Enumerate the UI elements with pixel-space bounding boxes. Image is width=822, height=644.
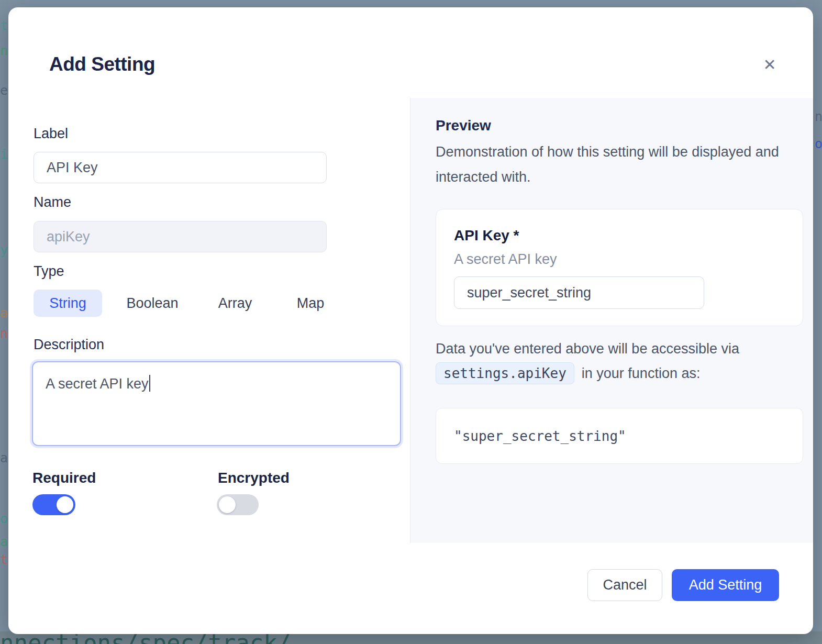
preview-card: API Key * A secret API key	[436, 209, 803, 326]
toggle-knob	[219, 496, 236, 513]
description-text: A secret API key	[46, 376, 149, 392]
type-tab-boolean[interactable]: Boolean	[123, 290, 182, 317]
encrypted-label: Encrypted	[218, 470, 290, 486]
preview-description: Demonstration of how this setting will b…	[436, 139, 784, 190]
close-button[interactable]: ✕	[757, 52, 782, 77]
access-line: settings.apiKey in your function as:	[436, 362, 700, 384]
text-cursor	[149, 375, 150, 392]
toggle-knob	[57, 496, 73, 513]
preview-panel: Preview Demonstration of how this settin…	[410, 98, 813, 543]
preview-input[interactable]	[454, 276, 704, 309]
description-textarea[interactable]: A secret API key	[32, 361, 401, 446]
bg-code-fragment: a	[0, 535, 8, 548]
page-title: Add Setting	[49, 53, 155, 75]
required-toggle[interactable]	[32, 494, 75, 515]
label-input[interactable]	[34, 152, 327, 183]
close-icon: ✕	[763, 56, 776, 73]
type-field-label: Type	[34, 263, 64, 280]
bg-code-fragment: y	[0, 243, 8, 257]
bg-code-fragment: or	[815, 137, 822, 150]
access-text-after: in your function as:	[582, 365, 701, 382]
required-label: Required	[32, 470, 96, 486]
bg-code-fragment: a	[0, 306, 8, 319]
name-input	[34, 221, 327, 252]
name-field-label: Name	[34, 194, 71, 210]
screen: t ng et it y a n/ ag oc a th nf or nnect…	[0, 0, 822, 644]
add-setting-button[interactable]: Add Setting	[672, 569, 779, 601]
description-field-label: Description	[34, 337, 104, 353]
add-setting-dialog: Add Setting ✕ Label Name Type String Boo…	[8, 7, 813, 634]
cancel-button[interactable]: Cancel	[587, 569, 662, 601]
label-field-label: Label	[34, 126, 68, 142]
bg-code-fragment: nf	[815, 110, 822, 123]
type-tab-string[interactable]: String	[34, 290, 102, 317]
output-code-box: "super_secret_string"	[436, 408, 803, 464]
preview-heading: Preview	[436, 117, 491, 134]
type-tab-array[interactable]: Array	[214, 290, 256, 317]
bg-code-fragment: t	[0, 19, 8, 32]
type-tab-map[interactable]: Map	[294, 290, 327, 317]
encrypted-toggle[interactable]	[217, 494, 259, 515]
output-value: "super_secret_string"	[454, 428, 626, 444]
preview-card-title: API Key *	[454, 227, 519, 244]
access-text-before: Data you've entered above will be access…	[436, 341, 739, 357]
settings-key-chip: settings.apiKey	[436, 362, 574, 384]
preview-card-subtitle: A secret API key	[454, 251, 557, 268]
